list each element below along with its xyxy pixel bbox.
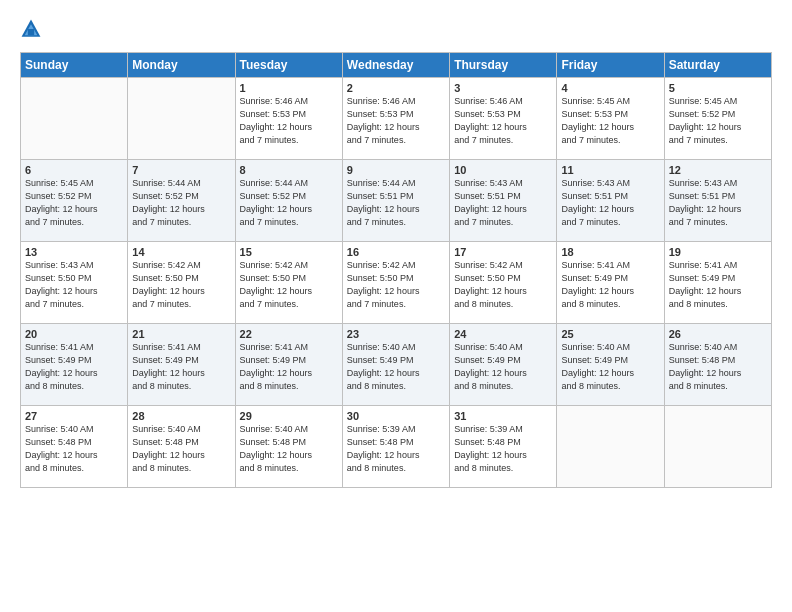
day-number: 7 — [132, 164, 230, 176]
weekday-header-saturday: Saturday — [664, 53, 771, 78]
calendar-cell: 30Sunrise: 5:39 AM Sunset: 5:48 PM Dayli… — [342, 406, 449, 488]
calendar-cell: 29Sunrise: 5:40 AM Sunset: 5:48 PM Dayli… — [235, 406, 342, 488]
calendar-week-3: 13Sunrise: 5:43 AM Sunset: 5:50 PM Dayli… — [21, 242, 772, 324]
calendar-week-4: 20Sunrise: 5:41 AM Sunset: 5:49 PM Dayli… — [21, 324, 772, 406]
calendar-cell — [557, 406, 664, 488]
calendar-cell: 27Sunrise: 5:40 AM Sunset: 5:48 PM Dayli… — [21, 406, 128, 488]
calendar-cell: 10Sunrise: 5:43 AM Sunset: 5:51 PM Dayli… — [450, 160, 557, 242]
day-number: 3 — [454, 82, 552, 94]
calendar-cell: 15Sunrise: 5:42 AM Sunset: 5:50 PM Dayli… — [235, 242, 342, 324]
day-detail: Sunrise: 5:46 AM Sunset: 5:53 PM Dayligh… — [454, 95, 552, 147]
day-number: 15 — [240, 246, 338, 258]
day-number: 24 — [454, 328, 552, 340]
calendar-cell: 2Sunrise: 5:46 AM Sunset: 5:53 PM Daylig… — [342, 78, 449, 160]
day-detail: Sunrise: 5:44 AM Sunset: 5:51 PM Dayligh… — [347, 177, 445, 229]
day-detail: Sunrise: 5:45 AM Sunset: 5:52 PM Dayligh… — [25, 177, 123, 229]
day-detail: Sunrise: 5:43 AM Sunset: 5:51 PM Dayligh… — [454, 177, 552, 229]
day-number: 20 — [25, 328, 123, 340]
weekday-header-row: SundayMondayTuesdayWednesdayThursdayFrid… — [21, 53, 772, 78]
header — [20, 18, 772, 40]
calendar-cell: 8Sunrise: 5:44 AM Sunset: 5:52 PM Daylig… — [235, 160, 342, 242]
calendar-cell — [128, 78, 235, 160]
day-detail: Sunrise: 5:42 AM Sunset: 5:50 PM Dayligh… — [454, 259, 552, 311]
calendar-cell: 28Sunrise: 5:40 AM Sunset: 5:48 PM Dayli… — [128, 406, 235, 488]
day-detail: Sunrise: 5:46 AM Sunset: 5:53 PM Dayligh… — [240, 95, 338, 147]
day-detail: Sunrise: 5:40 AM Sunset: 5:48 PM Dayligh… — [669, 341, 767, 393]
calendar-cell: 19Sunrise: 5:41 AM Sunset: 5:49 PM Dayli… — [664, 242, 771, 324]
calendar-week-1: 1Sunrise: 5:46 AM Sunset: 5:53 PM Daylig… — [21, 78, 772, 160]
day-detail: Sunrise: 5:43 AM Sunset: 5:51 PM Dayligh… — [561, 177, 659, 229]
calendar-cell — [664, 406, 771, 488]
day-detail: Sunrise: 5:42 AM Sunset: 5:50 PM Dayligh… — [132, 259, 230, 311]
calendar-cell: 17Sunrise: 5:42 AM Sunset: 5:50 PM Dayli… — [450, 242, 557, 324]
svg-rect-2 — [28, 29, 34, 35]
day-number: 6 — [25, 164, 123, 176]
day-number: 13 — [25, 246, 123, 258]
day-number: 19 — [669, 246, 767, 258]
day-number: 27 — [25, 410, 123, 422]
day-number: 14 — [132, 246, 230, 258]
weekday-header-monday: Monday — [128, 53, 235, 78]
day-detail: Sunrise: 5:40 AM Sunset: 5:49 PM Dayligh… — [347, 341, 445, 393]
day-number: 8 — [240, 164, 338, 176]
day-detail: Sunrise: 5:45 AM Sunset: 5:52 PM Dayligh… — [669, 95, 767, 147]
calendar-cell: 24Sunrise: 5:40 AM Sunset: 5:49 PM Dayli… — [450, 324, 557, 406]
day-detail: Sunrise: 5:39 AM Sunset: 5:48 PM Dayligh… — [454, 423, 552, 475]
day-number: 5 — [669, 82, 767, 94]
calendar-cell: 22Sunrise: 5:41 AM Sunset: 5:49 PM Dayli… — [235, 324, 342, 406]
calendar-cell: 16Sunrise: 5:42 AM Sunset: 5:50 PM Dayli… — [342, 242, 449, 324]
day-detail: Sunrise: 5:45 AM Sunset: 5:53 PM Dayligh… — [561, 95, 659, 147]
day-detail: Sunrise: 5:41 AM Sunset: 5:49 PM Dayligh… — [669, 259, 767, 311]
calendar-cell: 3Sunrise: 5:46 AM Sunset: 5:53 PM Daylig… — [450, 78, 557, 160]
calendar-cell: 21Sunrise: 5:41 AM Sunset: 5:49 PM Dayli… — [128, 324, 235, 406]
calendar-cell: 12Sunrise: 5:43 AM Sunset: 5:51 PM Dayli… — [664, 160, 771, 242]
weekday-header-friday: Friday — [557, 53, 664, 78]
calendar-cell: 11Sunrise: 5:43 AM Sunset: 5:51 PM Dayli… — [557, 160, 664, 242]
day-number: 30 — [347, 410, 445, 422]
day-number: 16 — [347, 246, 445, 258]
weekday-header-wednesday: Wednesday — [342, 53, 449, 78]
day-number: 29 — [240, 410, 338, 422]
day-number: 31 — [454, 410, 552, 422]
calendar-cell: 23Sunrise: 5:40 AM Sunset: 5:49 PM Dayli… — [342, 324, 449, 406]
day-number: 18 — [561, 246, 659, 258]
weekday-header-sunday: Sunday — [21, 53, 128, 78]
day-detail: Sunrise: 5:40 AM Sunset: 5:48 PM Dayligh… — [240, 423, 338, 475]
day-number: 23 — [347, 328, 445, 340]
day-detail: Sunrise: 5:41 AM Sunset: 5:49 PM Dayligh… — [132, 341, 230, 393]
day-number: 26 — [669, 328, 767, 340]
day-detail: Sunrise: 5:46 AM Sunset: 5:53 PM Dayligh… — [347, 95, 445, 147]
calendar-cell — [21, 78, 128, 160]
calendar-cell: 25Sunrise: 5:40 AM Sunset: 5:49 PM Dayli… — [557, 324, 664, 406]
day-number: 9 — [347, 164, 445, 176]
day-number: 22 — [240, 328, 338, 340]
day-detail: Sunrise: 5:40 AM Sunset: 5:48 PM Dayligh… — [132, 423, 230, 475]
logo — [20, 18, 46, 40]
day-detail: Sunrise: 5:43 AM Sunset: 5:50 PM Dayligh… — [25, 259, 123, 311]
day-detail: Sunrise: 5:41 AM Sunset: 5:49 PM Dayligh… — [240, 341, 338, 393]
calendar-cell: 4Sunrise: 5:45 AM Sunset: 5:53 PM Daylig… — [557, 78, 664, 160]
calendar-table: SundayMondayTuesdayWednesdayThursdayFrid… — [20, 52, 772, 488]
day-detail: Sunrise: 5:43 AM Sunset: 5:51 PM Dayligh… — [669, 177, 767, 229]
page: SundayMondayTuesdayWednesdayThursdayFrid… — [0, 0, 792, 612]
calendar-cell: 18Sunrise: 5:41 AM Sunset: 5:49 PM Dayli… — [557, 242, 664, 324]
calendar-cell: 20Sunrise: 5:41 AM Sunset: 5:49 PM Dayli… — [21, 324, 128, 406]
weekday-header-thursday: Thursday — [450, 53, 557, 78]
logo-icon — [20, 18, 42, 40]
day-number: 1 — [240, 82, 338, 94]
calendar-cell: 13Sunrise: 5:43 AM Sunset: 5:50 PM Dayli… — [21, 242, 128, 324]
day-number: 2 — [347, 82, 445, 94]
calendar-week-2: 6Sunrise: 5:45 AM Sunset: 5:52 PM Daylig… — [21, 160, 772, 242]
calendar-cell: 9Sunrise: 5:44 AM Sunset: 5:51 PM Daylig… — [342, 160, 449, 242]
day-number: 25 — [561, 328, 659, 340]
day-detail: Sunrise: 5:40 AM Sunset: 5:49 PM Dayligh… — [454, 341, 552, 393]
calendar-cell: 7Sunrise: 5:44 AM Sunset: 5:52 PM Daylig… — [128, 160, 235, 242]
day-detail: Sunrise: 5:41 AM Sunset: 5:49 PM Dayligh… — [25, 341, 123, 393]
weekday-header-tuesday: Tuesday — [235, 53, 342, 78]
day-number: 21 — [132, 328, 230, 340]
day-detail: Sunrise: 5:44 AM Sunset: 5:52 PM Dayligh… — [240, 177, 338, 229]
calendar-cell: 26Sunrise: 5:40 AM Sunset: 5:48 PM Dayli… — [664, 324, 771, 406]
calendar-cell: 14Sunrise: 5:42 AM Sunset: 5:50 PM Dayli… — [128, 242, 235, 324]
day-number: 10 — [454, 164, 552, 176]
day-detail: Sunrise: 5:42 AM Sunset: 5:50 PM Dayligh… — [347, 259, 445, 311]
